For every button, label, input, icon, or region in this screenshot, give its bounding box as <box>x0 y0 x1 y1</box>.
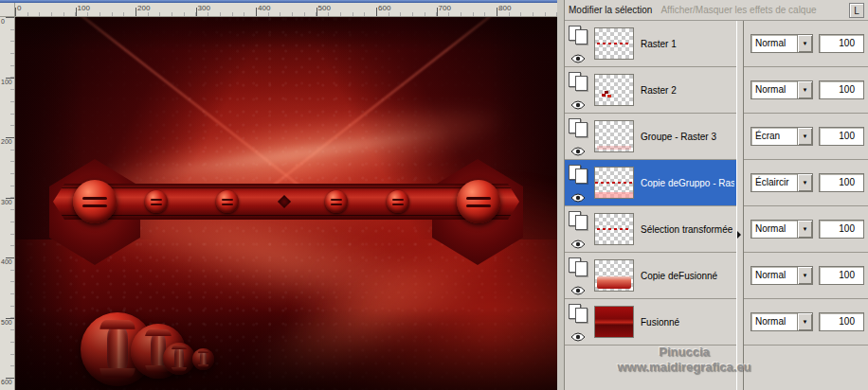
layer-row[interactable]: Copie deGruppo - Raster 3 Éclaircir ▼ 10… <box>565 160 868 206</box>
blend-mode-value: Normal <box>751 221 797 238</box>
layer-thumbnail[interactable] <box>594 213 634 245</box>
artwork-rivet <box>145 190 168 213</box>
opacity-value: 100 <box>839 223 855 234</box>
watermark-line2: www.maidiregrafica.eu <box>580 360 788 375</box>
watermark-line1: Pinuccia <box>580 345 788 360</box>
layer-pages-icon <box>569 257 591 277</box>
layer-name: Raster 2 <box>641 85 677 96</box>
blend-mode-dropdown[interactable]: Normal ▼ <box>750 80 813 99</box>
blend-mode-dropdown[interactable]: Normal ▼ <box>750 34 813 53</box>
toggle-layer-effects-label[interactable]: Afficher/Masquer les effets de calque <box>660 5 816 15</box>
visibility-eye-icon[interactable] <box>570 282 586 292</box>
layer-row-controls: Normal ▼ 100 <box>744 253 868 298</box>
panel-splitter[interactable] <box>736 21 744 390</box>
chevron-down-icon[interactable]: ▼ <box>797 267 812 284</box>
visibility-eye-icon[interactable] <box>570 143 586 152</box>
opacity-field[interactable]: 100 <box>819 312 864 331</box>
chevron-down-icon[interactable]: ▼ <box>797 35 812 52</box>
artwork-metal-band <box>53 184 519 220</box>
layer-row-controls: Écran ▼ 100 <box>744 114 868 159</box>
layer-row-controls: Normal ▼ 100 <box>744 21 868 66</box>
layer-pages-icon <box>569 26 591 45</box>
vertical-ruler: 0100200300400500600 <box>0 17 15 390</box>
layer-row-left[interactable]: Sélection transformée <box>565 206 736 252</box>
chevron-down-icon[interactable]: ▼ <box>797 81 812 98</box>
layer-thumbnail[interactable] <box>594 306 634 338</box>
chevron-down-icon[interactable]: ▼ <box>797 128 812 145</box>
layer-row-controls: Normal ▼ 100 <box>744 206 868 252</box>
artwork-dark-corner-right <box>273 17 557 239</box>
layer-row-left[interactable]: Fusionné <box>565 299 736 345</box>
chevron-down-icon[interactable]: ▼ <box>797 221 812 238</box>
artwork-medallion-right <box>457 180 500 223</box>
layer-thumbnail[interactable] <box>594 74 634 106</box>
visibility-eye-icon[interactable] <box>570 50 586 60</box>
layer-row-left[interactable]: Copie deGruppo - Raster 3 <box>565 160 736 205</box>
layer-thumbnail[interactable] <box>594 27 634 60</box>
ruler-corner <box>0 3 15 17</box>
artwork-band-diamond <box>278 195 291 208</box>
artwork-texture <box>15 17 557 390</box>
visibility-eye-icon[interactable] <box>570 328 586 338</box>
artwork-medallion-left <box>73 180 117 223</box>
artwork-smoke-wave <box>15 55 557 390</box>
layer-name: Raster 1 <box>641 39 677 49</box>
chevron-down-icon[interactable]: ▼ <box>797 313 812 330</box>
layer-thumbnail[interactable] <box>594 259 634 292</box>
visibility-eye-icon[interactable] <box>570 236 586 245</box>
blend-mode-value: Éclaircir <box>751 174 797 191</box>
artwork-sphere <box>131 324 186 379</box>
layer-row-left[interactable]: Groupe - Raster 3 <box>565 114 736 159</box>
opacity-field[interactable]: 100 <box>819 266 864 285</box>
layer-thumbnail[interactable] <box>594 120 634 152</box>
blend-mode-dropdown[interactable]: Normal ▼ <box>750 220 813 239</box>
layer-name: Fusionné <box>641 317 679 328</box>
image-canvas[interactable] <box>15 17 557 390</box>
opacity-field[interactable]: 100 <box>819 80 864 99</box>
artwork-smoke-wave <box>28 61 557 247</box>
blend-mode-dropdown[interactable]: Écran ▼ <box>750 127 813 146</box>
layer-name: Sélection transformée <box>641 224 732 235</box>
layer-row-left[interactable]: Copie deFusionné <box>565 253 736 298</box>
opacity-value: 100 <box>839 177 855 187</box>
opacity-value: 100 <box>839 270 855 280</box>
layer-name: Groupe - Raster 3 <box>641 132 716 142</box>
layer-thumbnail[interactable] <box>594 167 634 199</box>
visibility-eye-icon[interactable] <box>570 189 586 199</box>
blend-mode-dropdown[interactable]: Normal ▼ <box>750 312 813 331</box>
artwork-diagonal-highlight-right <box>273 17 557 186</box>
layer-row[interactable]: Fusionné Normal ▼ 100 <box>565 299 868 346</box>
artwork-sphere <box>192 348 214 370</box>
layer-row[interactable]: Sélection transformée Normal ▼ 100 <box>565 206 868 253</box>
layer-row-left[interactable]: Raster 1 <box>565 21 736 66</box>
layer-row-controls: Normal ▼ 100 <box>744 67 868 113</box>
artwork-rivet <box>216 190 239 213</box>
blend-mode-value: Normal <box>751 313 797 330</box>
layer-row[interactable]: Raster 1 Normal ▼ 100 <box>565 21 868 67</box>
layer-pages-icon <box>569 211 591 231</box>
layers-panel: Modifier la sélection Afficher/Masquer l… <box>564 0 868 390</box>
chevron-down-icon[interactable]: ▼ <box>797 174 812 191</box>
artwork-background <box>15 17 557 390</box>
opacity-field[interactable]: 100 <box>819 220 864 239</box>
panel-corner-button[interactable]: L <box>849 3 864 18</box>
visibility-eye-icon[interactable] <box>570 97 586 106</box>
layer-row[interactable]: Copie deFusionné Normal ▼ 100 <box>565 253 868 299</box>
layer-row[interactable]: Raster 2 Normal ▼ 100 <box>565 67 868 114</box>
artwork-rivet <box>387 190 409 213</box>
watermark-text: Pinuccia www.maidiregrafica.eu <box>580 345 788 375</box>
opacity-field[interactable]: 100 <box>819 34 864 53</box>
edit-selection-label[interactable]: Modifier la sélection <box>569 5 652 15</box>
editor-area: 0100200300400500600700800900 01002003004… <box>0 0 564 390</box>
layer-name: Copie deFusionné <box>641 271 717 281</box>
opacity-field[interactable]: 100 <box>819 173 864 192</box>
blend-mode-dropdown[interactable]: Éclaircir ▼ <box>750 173 813 192</box>
blend-mode-dropdown[interactable]: Normal ▼ <box>750 266 813 285</box>
app-window: 0100200300400500600700800900 01002003004… <box>0 0 868 390</box>
opacity-field[interactable]: 100 <box>819 127 864 146</box>
layer-row[interactable]: Groupe - Raster 3 Écran ▼ 100 <box>565 114 868 160</box>
layer-list: Raster 1 Normal ▼ 100 <box>565 21 868 346</box>
artwork-smoke-wave <box>15 17 557 327</box>
blend-mode-value: Écran <box>751 128 797 145</box>
layer-row-left[interactable]: Raster 2 <box>565 67 736 113</box>
